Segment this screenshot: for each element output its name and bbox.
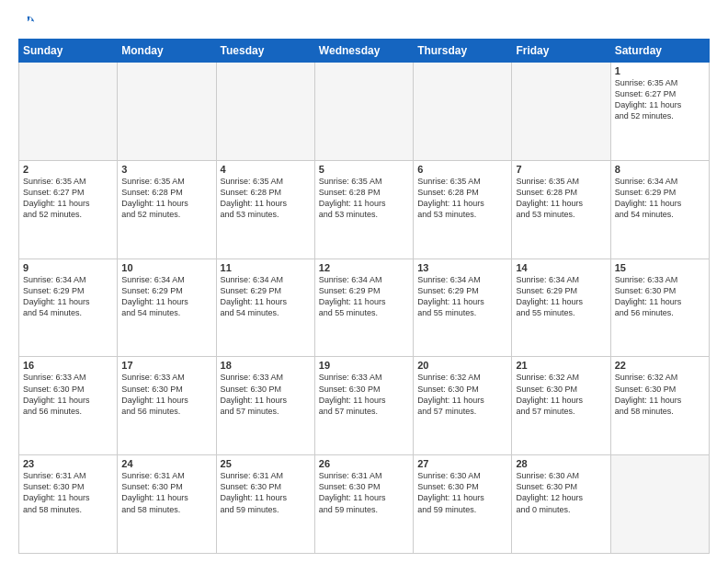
day-info: Sunrise: 6:30 AM Sunset: 6:30 PM Dayligh… [417,470,507,515]
calendar-cell: 18Sunrise: 6:33 AM Sunset: 6:30 PM Dayli… [216,357,314,455]
day-info: Sunrise: 6:34 AM Sunset: 6:29 PM Dayligh… [615,176,705,221]
calendar-cell: 3Sunrise: 6:35 AM Sunset: 6:28 PM Daylig… [118,160,216,259]
day-number: 26 [319,458,409,469]
day-info: Sunrise: 6:35 AM Sunset: 6:28 PM Dayligh… [516,176,606,221]
calendar-cell: 23Sunrise: 6:31 AM Sunset: 6:30 PM Dayli… [19,455,118,554]
day-info: Sunrise: 6:33 AM Sunset: 6:30 PM Dayligh… [319,372,409,417]
calendar-cell: 17Sunrise: 6:33 AM Sunset: 6:30 PM Dayli… [118,357,216,455]
logo-bird-icon [19,15,36,31]
calendar-cell: 11Sunrise: 6:34 AM Sunset: 6:29 PM Dayli… [216,259,314,357]
day-info: Sunrise: 6:35 AM Sunset: 6:27 PM Dayligh… [23,176,113,221]
day-info: Sunrise: 6:31 AM Sunset: 6:30 PM Dayligh… [23,470,113,515]
calendar-cell: 2Sunrise: 6:35 AM Sunset: 6:27 PM Daylig… [19,160,118,259]
day-number: 22 [615,360,705,371]
calendar-cell: 15Sunrise: 6:33 AM Sunset: 6:30 PM Dayli… [610,259,709,357]
calendar-cell: 4Sunrise: 6:35 AM Sunset: 6:28 PM Daylig… [216,160,314,259]
day-number: 7 [516,164,606,175]
calendar-cell: 1Sunrise: 6:35 AM Sunset: 6:27 PM Daylig… [610,63,709,161]
calendar-table: SundayMondayTuesdayWednesdayThursdayFrid… [18,39,710,554]
calendar-cell [610,455,709,554]
calendar-cell: 7Sunrise: 6:35 AM Sunset: 6:28 PM Daylig… [512,160,610,259]
day-info: Sunrise: 6:34 AM Sunset: 6:29 PM Dayligh… [221,274,311,319]
day-info: Sunrise: 6:31 AM Sunset: 6:30 PM Dayligh… [319,470,409,515]
day-info: Sunrise: 6:34 AM Sunset: 6:29 PM Dayligh… [417,274,507,319]
calendar-cell: 14Sunrise: 6:34 AM Sunset: 6:29 PM Dayli… [512,259,610,357]
day-info: Sunrise: 6:34 AM Sunset: 6:29 PM Dayligh… [121,274,211,319]
day-number: 11 [221,262,311,273]
day-number: 3 [121,164,211,175]
day-info: Sunrise: 6:35 AM Sunset: 6:28 PM Dayligh… [417,176,507,221]
day-number: 14 [516,262,606,273]
day-number: 18 [221,360,311,371]
calendar-cell: 27Sunrise: 6:30 AM Sunset: 6:30 PM Dayli… [414,455,512,554]
day-info: Sunrise: 6:31 AM Sunset: 6:30 PM Dayligh… [221,470,311,515]
calendar-cell [216,63,314,161]
day-info: Sunrise: 6:35 AM Sunset: 6:28 PM Dayligh… [221,176,311,221]
calendar-cell: 16Sunrise: 6:33 AM Sunset: 6:30 PM Dayli… [19,357,118,455]
day-info: Sunrise: 6:33 AM Sunset: 6:30 PM Dayligh… [615,274,705,319]
weekday-header: Saturday [610,40,709,63]
day-number: 8 [615,164,705,175]
calendar-cell: 6Sunrise: 6:35 AM Sunset: 6:28 PM Daylig… [414,160,512,259]
calendar-cell [118,63,216,161]
day-number: 23 [23,458,113,469]
day-info: Sunrise: 6:33 AM Sunset: 6:30 PM Dayligh… [121,372,211,417]
weekday-header: Wednesday [314,40,413,63]
calendar-cell: 20Sunrise: 6:32 AM Sunset: 6:30 PM Dayli… [414,357,512,455]
day-info: Sunrise: 6:34 AM Sunset: 6:29 PM Dayligh… [516,274,606,319]
calendar-cell: 28Sunrise: 6:30 AM Sunset: 6:30 PM Dayli… [512,455,610,554]
calendar-cell: 19Sunrise: 6:33 AM Sunset: 6:30 PM Dayli… [314,357,413,455]
day-info: Sunrise: 6:32 AM Sunset: 6:30 PM Dayligh… [417,372,507,417]
calendar-cell: 10Sunrise: 6:34 AM Sunset: 6:29 PM Dayli… [118,259,216,357]
calendar-cell: 24Sunrise: 6:31 AM Sunset: 6:30 PM Dayli… [118,455,216,554]
day-number: 24 [121,458,211,469]
day-number: 16 [23,360,113,371]
calendar-cell [19,63,118,161]
day-info: Sunrise: 6:34 AM Sunset: 6:29 PM Dayligh… [319,274,409,319]
day-number: 10 [121,262,211,273]
day-number: 9 [23,262,113,273]
day-info: Sunrise: 6:33 AM Sunset: 6:30 PM Dayligh… [23,372,113,417]
calendar-cell [414,63,512,161]
calendar-cell: 5Sunrise: 6:35 AM Sunset: 6:28 PM Daylig… [314,160,413,259]
day-info: Sunrise: 6:35 AM Sunset: 6:28 PM Dayligh… [121,176,211,221]
day-number: 12 [319,262,409,273]
day-number: 17 [121,360,211,371]
weekday-header: Tuesday [216,40,314,63]
day-info: Sunrise: 6:32 AM Sunset: 6:30 PM Dayligh… [516,372,606,417]
calendar-cell: 12Sunrise: 6:34 AM Sunset: 6:29 PM Dayli… [314,259,413,357]
day-info: Sunrise: 6:33 AM Sunset: 6:30 PM Dayligh… [221,372,311,417]
calendar-cell [512,63,610,161]
calendar-cell: 22Sunrise: 6:32 AM Sunset: 6:30 PM Dayli… [610,357,709,455]
calendar-cell [314,63,413,161]
day-number: 6 [417,164,507,175]
day-info: Sunrise: 6:30 AM Sunset: 6:30 PM Dayligh… [516,470,606,515]
day-number: 19 [319,360,409,371]
day-number: 28 [516,458,606,469]
calendar-cell: 21Sunrise: 6:32 AM Sunset: 6:30 PM Dayli… [512,357,610,455]
day-info: Sunrise: 6:35 AM Sunset: 6:28 PM Dayligh… [319,176,409,221]
calendar-cell: 26Sunrise: 6:31 AM Sunset: 6:30 PM Dayli… [314,455,413,554]
day-info: Sunrise: 6:35 AM Sunset: 6:27 PM Dayligh… [615,77,705,122]
weekday-header: Thursday [414,40,512,63]
day-number: 27 [417,458,507,469]
day-number: 15 [615,262,705,273]
calendar-cell: 8Sunrise: 6:34 AM Sunset: 6:29 PM Daylig… [610,160,709,259]
day-number: 2 [23,164,113,175]
page: SundayMondayTuesdayWednesdayThursdayFrid… [0,0,728,563]
logo [18,15,36,31]
calendar-cell: 9Sunrise: 6:34 AM Sunset: 6:29 PM Daylig… [19,259,118,357]
day-number: 4 [221,164,311,175]
day-info: Sunrise: 6:31 AM Sunset: 6:30 PM Dayligh… [121,470,211,515]
day-number: 1 [615,65,705,76]
day-info: Sunrise: 6:32 AM Sunset: 6:30 PM Dayligh… [615,372,705,417]
weekday-header: Friday [512,40,610,63]
header [18,15,710,31]
day-number: 13 [417,262,507,273]
day-number: 21 [516,360,606,371]
day-number: 25 [221,458,311,469]
weekday-header: Monday [118,40,216,63]
calendar-cell: 25Sunrise: 6:31 AM Sunset: 6:30 PM Dayli… [216,455,314,554]
calendar-cell: 13Sunrise: 6:34 AM Sunset: 6:29 PM Dayli… [414,259,512,357]
day-number: 20 [417,360,507,371]
